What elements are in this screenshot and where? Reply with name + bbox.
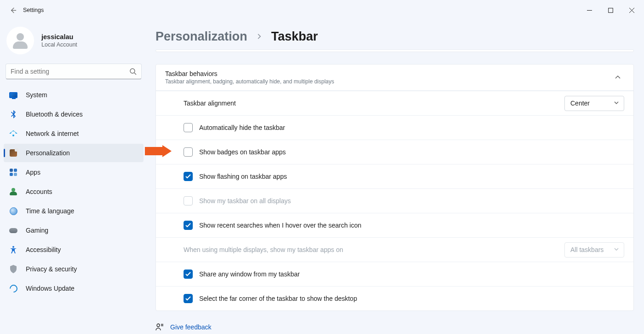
profile-text: jessicalau Local Account (41, 33, 77, 48)
row-label: Automatically hide the taskbar (199, 124, 285, 131)
row-show-recent-searches[interactable]: Show recent searches when I hover over t… (156, 213, 633, 237)
nav-item-bluetooth[interactable]: Bluetooth & devices (4, 105, 144, 123)
breadcrumb: Personalization Taskbar (155, 29, 634, 44)
search-icon (129, 68, 137, 75)
checkbox[interactable] (184, 221, 193, 230)
multidisplay-select: All taskbars (564, 242, 624, 258)
svg-point-2 (12, 135, 14, 136)
user-account-type: Local Account (41, 41, 77, 48)
row-show-flashing[interactable]: Show flashing on taskbar apps (156, 164, 633, 188)
feedback-row[interactable]: Give feedback (155, 323, 212, 331)
row-show-taskbar-all-displays: Show my taskbar on all displays (156, 188, 633, 213)
row-multidisplay-taskbar-apps: When using multiple displays, show my ta… (156, 237, 633, 262)
row-label: Show my taskbar on all displays (199, 197, 291, 205)
nav-label: Privacy & security (26, 265, 77, 273)
row-label: When using multiple displays, show my ta… (184, 246, 343, 253)
user-name: jessicalau (41, 33, 77, 41)
row-label: Select the far corner of the taskbar to … (199, 295, 357, 302)
shell: jessicalau Local Account System Blue (0, 20, 644, 334)
nav-item-time-language[interactable]: Time & language (4, 202, 144, 220)
alignment-select[interactable]: Center (564, 96, 624, 111)
collapsed-card-above (155, 49, 634, 52)
feedback-icon (155, 323, 164, 331)
personalization-icon (9, 149, 17, 157)
time-icon (9, 207, 17, 215)
minimize-button[interactable] (579, 3, 600, 18)
nav-item-system[interactable]: System (4, 86, 144, 104)
checkbox (184, 196, 193, 205)
back-button[interactable] (9, 6, 17, 14)
close-button[interactable] (621, 3, 642, 18)
chevron-down-icon (614, 246, 619, 253)
row-share-any-window[interactable]: Share any window from my taskbar (156, 262, 633, 286)
window-controls (579, 3, 642, 18)
panel-header[interactable]: Taskbar behaviors Taskbar alignment, bad… (156, 64, 633, 91)
accessibility-icon (9, 246, 17, 254)
search-input[interactable] (11, 68, 129, 75)
shield-icon (9, 265, 17, 273)
nav-item-privacy[interactable]: Privacy & security (4, 260, 144, 278)
nav-item-apps[interactable]: Apps (4, 163, 144, 182)
maximize-button[interactable] (600, 3, 621, 18)
update-icon (9, 284, 17, 293)
row-label: Taskbar alignment (184, 100, 236, 107)
svg-point-1 (130, 69, 135, 73)
sidebar: jessicalau Local Account System Blue (0, 20, 147, 334)
nav-item-network[interactable]: Network & internet (4, 124, 144, 143)
panel-header-text: Taskbar behaviors Taskbar alignment, bad… (165, 70, 334, 85)
svg-point-5 (157, 324, 160, 327)
chevron-up-icon[interactable] (611, 71, 624, 84)
nav-item-windows-update[interactable]: Windows Update (4, 279, 144, 298)
nav-item-accessibility[interactable]: Accessibility (4, 240, 144, 259)
nav-label: Windows Update (26, 285, 75, 292)
row-label: Show badges on taskbar apps (199, 148, 286, 156)
select-value: All taskbars (570, 246, 604, 253)
gaming-icon (9, 226, 17, 234)
apps-icon (9, 168, 17, 176)
nav-label: Accounts (26, 188, 52, 195)
breadcrumb-current: Taskbar (271, 29, 318, 44)
profile-block[interactable]: jessicalau Local Account (3, 22, 144, 64)
checkbox[interactable] (184, 172, 193, 181)
row-show-badges[interactable]: Show badges on taskbar apps (156, 140, 633, 164)
nav-list: System Bluetooth & devices Network & int… (3, 86, 144, 298)
nav-label: Network & internet (26, 130, 79, 137)
bluetooth-icon (9, 110, 17, 118)
taskbar-behaviors-panel: Taskbar behaviors Taskbar alignment, bad… (155, 64, 634, 311)
nav-label: Apps (26, 169, 40, 176)
svg-rect-0 (608, 8, 613, 12)
nav-item-gaming[interactable]: Gaming (4, 221, 144, 240)
chevron-right-icon (257, 32, 262, 41)
nav-label: Accessibility (26, 246, 61, 253)
checkbox[interactable] (184, 147, 193, 157)
accounts-icon (9, 188, 17, 196)
row-label: Share any window from my taskbar (199, 270, 300, 278)
breadcrumb-parent[interactable]: Personalization (155, 29, 247, 44)
nav-item-accounts[interactable]: Accounts (4, 182, 144, 201)
titlebar-left: Settings (2, 6, 44, 14)
wifi-icon (9, 129, 17, 138)
row-taskbar-alignment: Taskbar alignment Center (156, 91, 633, 115)
app-title: Settings (23, 7, 44, 13)
checkbox[interactable] (184, 270, 193, 279)
panel-subtitle: Taskbar alignment, badging, automaticall… (165, 78, 334, 85)
row-far-corner-show-desktop[interactable]: Select the far corner of the taskbar to … (156, 286, 633, 311)
panel-title: Taskbar behaviors (165, 70, 334, 77)
chevron-down-icon (614, 100, 619, 107)
nav-label: Bluetooth & devices (26, 111, 83, 118)
search-box[interactable] (6, 64, 142, 79)
checkbox[interactable] (184, 294, 193, 303)
nav-item-personalization[interactable]: Personalization (4, 144, 144, 162)
nav-label: Personalization (26, 149, 70, 157)
nav-label: Gaming (26, 227, 48, 234)
main-content: Personalization Taskbar Taskbar behavior… (147, 20, 644, 334)
select-value: Center (570, 100, 590, 107)
row-auto-hide-taskbar[interactable]: Automatically hide the taskbar (156, 115, 633, 140)
svg-point-3 (12, 246, 14, 248)
nav-label: System (26, 91, 47, 99)
feedback-link[interactable]: Give feedback (170, 323, 212, 331)
checkbox[interactable] (184, 123, 193, 132)
system-icon (9, 91, 17, 99)
titlebar: Settings (0, 0, 644, 20)
row-label: Show recent searches when I hover over t… (199, 222, 362, 229)
